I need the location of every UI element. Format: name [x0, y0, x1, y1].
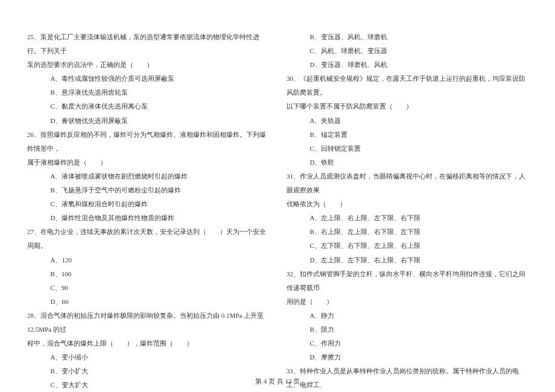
- q27-opt-d: D、60: [27, 295, 268, 309]
- q25-opt-b: B、悬浮液优先选用齿轮泵: [27, 86, 268, 100]
- q32-stem-1: 32、扣件式钢管脚手架的立杆，纵向水平杆、横向水平杆均用扣件连接，它们之间传递荷…: [287, 267, 528, 295]
- q25-stem-2: 泵的选型要求的说法中，正确的是（ ）: [27, 58, 268, 72]
- q26-opt-a: A、液体被喷成雾状物在剧烈燃烧时引起的爆炸: [27, 169, 268, 183]
- q32-stem-2: 用的是（ ）: [287, 295, 528, 309]
- q26-stem-2: 属于液相爆炸的是（ ）: [27, 156, 268, 169]
- q28-opt-b: B、变小扩大: [27, 364, 268, 378]
- q28-stem-1: 28、混合气体的初始压力对爆炸极限的影响较复杂。当初始压力由 0.1MPa 上升…: [27, 309, 268, 337]
- q25-opt-d: D、膏状物优先选用屏蔽泵: [27, 114, 268, 128]
- q29-opt-d: D、变压器、球磨机、风机: [287, 58, 528, 72]
- q26-opt-d: D、爆炸性混合物及其他爆炸性物质的爆炸: [27, 211, 268, 225]
- q30-stem-1: 30、《起重机械安全规程》规定，在露天工作于轨道上运行的起重机，均应装设防风防爬…: [287, 72, 528, 100]
- q30-opt-a: A、夹轨器: [287, 114, 528, 128]
- q28-opt-a: A、变小缩小: [27, 350, 268, 364]
- q26-opt-c: C、液氧和煤粉混合时引起的爆炸: [27, 197, 268, 211]
- q26-opt-b: B、飞扬悬浮于空气中的可燃粉尘引起的爆炸: [27, 183, 268, 197]
- q29-opt-c: C、风机、球磨机、变压器: [287, 44, 528, 58]
- exam-page: 25、泵是化工厂主要流体输送机械，泵的选型通常要依据流体的物理化学特性进行。下列…: [0, 0, 555, 374]
- q30-stem-2: 以下哪个装置不属于防风防爬装置（ ）: [287, 100, 528, 113]
- q27-opt-c: C、90: [27, 281, 268, 295]
- q31-opt-d: D、左上限、左下限、右上限、右下限: [287, 253, 528, 267]
- q30-opt-b: B、锚定装置: [287, 128, 528, 142]
- q31-opt-a: A、左上限、右上限、左下限、右下限: [287, 211, 528, 225]
- q31-stem-2: 优略依次为（ ）: [287, 197, 528, 211]
- q31-opt-b: B、右上限、左上限、右下限、左下限: [287, 225, 528, 239]
- q32-opt-a: A、静力: [287, 309, 528, 323]
- q31-stem-1: 31、作业人员观测仪表盘时，当眼睛偏离视中心时，在偏移距离相等的情况下，人眼观察…: [287, 169, 528, 197]
- right-column: B、变压器、风机、球磨机 C、风机、球磨机、变压器 D、变压器、球磨机、风机 3…: [278, 30, 537, 356]
- q32-opt-c: C、作用力: [287, 337, 528, 350]
- q32-opt-b: B、阻力: [287, 323, 528, 337]
- page-footer: 第 4 页 共 12 页: [0, 377, 555, 386]
- q25-opt-c: C、黏度大的液体优先选用离心泵: [27, 100, 268, 113]
- q30-opt-c: C、回转锁定装置: [287, 142, 528, 156]
- q30-opt-d: D、铁鞋: [287, 156, 528, 169]
- q27-opt-a: A、120: [27, 253, 268, 267]
- q25-stem-1: 25、泵是化工厂主要流体输送机械，泵的选型通常要依据流体的物理化学特性进行。下列…: [27, 30, 268, 58]
- q28-stem-2: 程中，混合气体的爆炸上限（ ），爆炸范围（ ）: [27, 337, 268, 350]
- q27-stem-1: 27、在电力企业，连续无事故的累计次天数，安全记录达到（ ）天为一个安全周期。: [27, 225, 268, 253]
- q32-opt-d: D、摩擦力: [287, 350, 528, 364]
- left-column: 25、泵是化工厂主要流体输送机械，泵的选型通常要依据流体的物理化学特性进行。下列…: [18, 30, 278, 356]
- q27-opt-b: B、100: [27, 267, 268, 281]
- q25-opt-a: A、毒性或腐蚀性较强的介质可选用屏蔽泵: [27, 72, 268, 86]
- q26-stem-1: 26、按照爆炸反应相的不同，爆炸可分为气相爆炸、液相爆炸和固相爆炸。下列爆炸情形…: [27, 128, 268, 156]
- q29-opt-b: B、变压器、风机、球磨机: [287, 30, 528, 44]
- q31-opt-c: C、左下限、右下限、左上限、右上限: [287, 239, 528, 253]
